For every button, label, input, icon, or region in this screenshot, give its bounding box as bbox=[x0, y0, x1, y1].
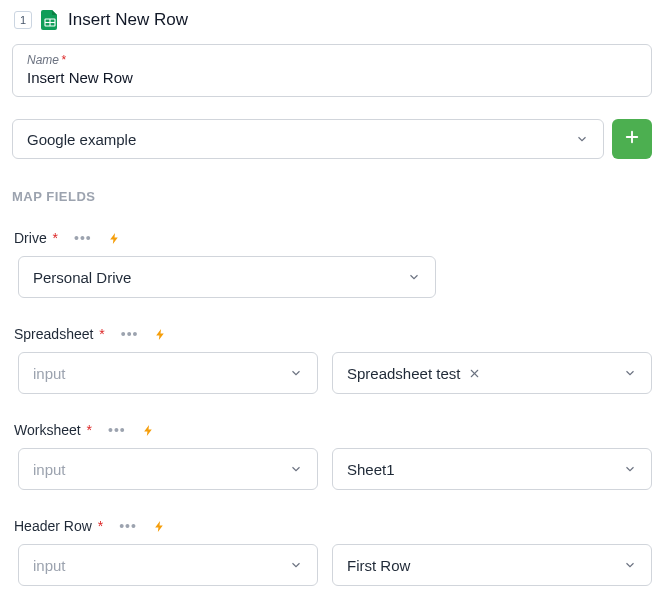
chevron-down-icon bbox=[575, 132, 589, 146]
field-worksheet: Worksheet * ••• input Sheet1 bbox=[12, 422, 652, 490]
header-row-label: Header Row bbox=[14, 518, 92, 534]
field-menu-button[interactable]: ••• bbox=[121, 326, 139, 342]
chevron-down-icon bbox=[623, 462, 637, 476]
bolt-icon bbox=[154, 327, 167, 342]
bolt-icon bbox=[108, 231, 121, 246]
chevron-down-icon bbox=[289, 558, 303, 572]
required-asterisk: * bbox=[61, 53, 66, 67]
worksheet-select[interactable]: Sheet1 bbox=[332, 448, 652, 490]
worksheet-input-mode-select[interactable]: input bbox=[18, 448, 318, 490]
chevron-down-icon bbox=[289, 366, 303, 380]
chevron-down-icon bbox=[407, 270, 421, 284]
chevron-down-icon bbox=[623, 366, 637, 380]
worksheet-select-value: Sheet1 bbox=[347, 461, 395, 478]
required-asterisk: * bbox=[53, 230, 58, 246]
name-label: Name bbox=[27, 53, 59, 67]
chevron-down-icon bbox=[623, 558, 637, 572]
spreadsheet-label: Spreadsheet bbox=[14, 326, 93, 342]
required-asterisk: * bbox=[87, 422, 92, 438]
header-row-select[interactable]: First Row bbox=[332, 544, 652, 586]
field-spreadsheet: Spreadsheet * ••• input Spreadsheet test bbox=[12, 326, 652, 394]
chevron-down-icon bbox=[289, 462, 303, 476]
header-row-input-placeholder: input bbox=[33, 557, 66, 574]
bolt-icon bbox=[153, 519, 166, 534]
step-header: 1 Insert New Row bbox=[12, 10, 652, 30]
plus-icon bbox=[623, 128, 641, 150]
connection-selected-label: Google example bbox=[27, 131, 136, 148]
spreadsheet-input-placeholder: input bbox=[33, 365, 66, 382]
connection-select[interactable]: Google example bbox=[12, 119, 604, 159]
step-title: Insert New Row bbox=[68, 10, 188, 30]
worksheet-input-placeholder: input bbox=[33, 461, 66, 478]
required-asterisk: * bbox=[99, 326, 104, 342]
spreadsheet-input-mode-select[interactable]: input bbox=[18, 352, 318, 394]
name-value: Insert New Row bbox=[27, 69, 637, 86]
bolt-icon bbox=[142, 423, 155, 438]
spreadsheet-select-value: Spreadsheet test bbox=[347, 365, 460, 382]
drive-select-value: Personal Drive bbox=[33, 269, 131, 286]
field-drive: Drive * ••• Personal Drive bbox=[12, 230, 652, 298]
add-connection-button[interactable] bbox=[612, 119, 652, 159]
map-fields-heading: MAP FIELDS bbox=[12, 189, 652, 204]
google-sheets-icon bbox=[40, 10, 60, 30]
header-row-input-mode-select[interactable]: input bbox=[18, 544, 318, 586]
field-menu-button[interactable]: ••• bbox=[74, 230, 92, 246]
spreadsheet-select[interactable]: Spreadsheet test bbox=[332, 352, 652, 394]
field-menu-button[interactable]: ••• bbox=[119, 518, 137, 534]
name-field-box[interactable]: Name * Insert New Row bbox=[12, 44, 652, 97]
header-row-select-value: First Row bbox=[347, 557, 410, 574]
field-header-row: Header Row * ••• input First Row bbox=[12, 518, 652, 586]
field-menu-button[interactable]: ••• bbox=[108, 422, 126, 438]
drive-label: Drive bbox=[14, 230, 47, 246]
clear-spreadsheet-button[interactable] bbox=[468, 367, 481, 380]
required-asterisk: * bbox=[98, 518, 103, 534]
worksheet-label: Worksheet bbox=[14, 422, 81, 438]
drive-select[interactable]: Personal Drive bbox=[18, 256, 436, 298]
step-number-badge: 1 bbox=[14, 11, 32, 29]
